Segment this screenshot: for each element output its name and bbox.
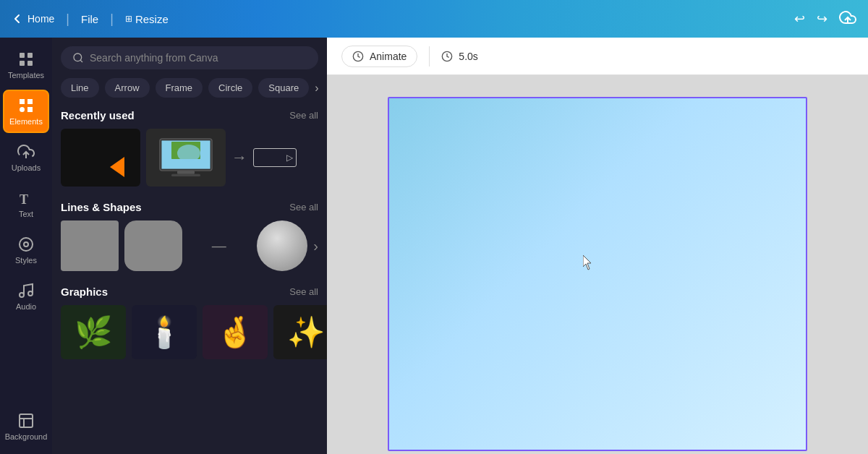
search-input[interactable]	[90, 52, 307, 64]
animate-icon	[352, 51, 364, 62]
resize-menu[interactable]: ⊞ Resize	[125, 13, 169, 25]
lines-shapes-see-all[interactable]: See all	[289, 202, 318, 213]
sidebar-item-uploads[interactable]: Uploads	[3, 136, 49, 179]
svg-point-10	[20, 293, 24, 297]
graphics-section: Graphics See all 🌿 🕯️ 🤞 ✨ ›	[61, 286, 318, 359]
panel-arrow	[110, 157, 124, 177]
svg-line-16	[80, 60, 82, 62]
text-label: Text	[19, 210, 33, 218]
sidebar-item-elements[interactable]: Elements	[3, 90, 49, 133]
sidebar-item-background[interactable]: Background	[3, 405, 49, 448]
styles-label: Styles	[15, 256, 37, 265]
undo-button[interactable]: ↩	[794, 11, 805, 27]
shape-circle[interactable]	[257, 220, 307, 271]
graphic-bird[interactable]: ✨	[273, 305, 327, 359]
file-menu[interactable]: File	[81, 13, 98, 25]
elements-label: Elements	[9, 117, 43, 126]
cloud-save-button[interactable]	[839, 9, 856, 30]
svg-text:T: T	[20, 192, 28, 207]
lines-shapes-section: Lines & Shapes See all — ›	[61, 201, 318, 271]
shapes-dash-area: —	[188, 238, 251, 254]
canvas[interactable]	[388, 97, 807, 451]
pill-frame[interactable]: Frame	[156, 78, 203, 98]
svg-point-8	[20, 238, 33, 251]
audio-label: Audio	[16, 302, 36, 311]
graphic-hand[interactable]: 🤞	[203, 305, 268, 359]
time-label: 5.0s	[459, 51, 477, 62]
animate-label: Animate	[370, 51, 407, 62]
shapes-grid: — ›	[61, 220, 318, 271]
svg-point-5	[20, 107, 25, 112]
shapes-dash-icon: —	[212, 238, 228, 254]
svg-rect-22	[171, 174, 200, 176]
graphic-candle[interactable]: 🕯️	[132, 305, 197, 359]
topbar: Home | File | ⊞ Resize ↩ ↪	[0, 0, 868, 38]
graphics-grid: 🌿 🕯️ 🤞 ✨ ›	[61, 305, 318, 359]
resize-icon: ⊞	[125, 14, 132, 24]
redo-button[interactable]: ↪	[817, 11, 827, 27]
recent-item-monitor[interactable]	[146, 129, 226, 187]
recent-item-black[interactable]	[61, 129, 140, 187]
topbar-divider-2: |	[110, 12, 114, 27]
svg-rect-4	[27, 61, 33, 66]
templates-label: Templates	[8, 71, 44, 80]
content-area: Animate 5.0s	[327, 38, 868, 454]
recently-used-section: Recently used See all →	[61, 109, 318, 187]
recently-used-see-all[interactable]: See all	[289, 110, 318, 121]
main-area: Templates Elements Uploads T Text	[0, 38, 868, 454]
topbar-divider-1: |	[66, 12, 69, 27]
svg-point-11	[28, 291, 33, 296]
sidebar-item-styles[interactable]: Styles	[3, 228, 49, 272]
toolbar-divider	[429, 46, 430, 67]
cursor-icon	[583, 255, 595, 271]
elements-panel: Line Arrow Frame Circle Square › Recentl…	[52, 38, 327, 454]
pills-more-icon[interactable]: ›	[315, 82, 318, 95]
sidebar-item-templates[interactable]: Templates	[3, 43, 49, 87]
sidebar: Templates Elements Uploads T Text	[0, 38, 52, 454]
shape-square[interactable]	[61, 220, 119, 271]
resize-label: Resize	[135, 13, 169, 25]
recently-used-header: Recently used See all	[61, 109, 318, 121]
graphics-see-all[interactable]: See all	[289, 286, 318, 297]
svg-rect-3	[20, 61, 25, 66]
recent-arrow-group: → ▷	[231, 148, 318, 167]
recent-arrow-shape[interactable]: ▷	[253, 148, 297, 167]
svg-rect-1	[20, 53, 25, 58]
sidebar-item-audio[interactable]: Audio	[3, 275, 49, 318]
svg-rect-12	[20, 414, 33, 427]
content-toolbar: Animate 5.0s	[327, 38, 868, 75]
recently-used-title: Recently used	[61, 109, 135, 121]
uploads-label: Uploads	[12, 163, 41, 172]
animate-button[interactable]: Animate	[341, 46, 417, 67]
svg-point-20	[177, 145, 200, 162]
shape-pills-row: Line Arrow Frame Circle Square ›	[61, 78, 318, 98]
pill-circle[interactable]: Circle	[208, 78, 252, 98]
svg-point-9	[24, 242, 28, 247]
back-button[interactable]: Home	[12, 13, 54, 25]
lines-shapes-title: Lines & Shapes	[61, 201, 142, 213]
topbar-actions: ↩ ↪	[794, 9, 856, 30]
canvas-area[interactable]	[327, 75, 868, 454]
home-label: Home	[27, 13, 54, 25]
lines-shapes-header: Lines & Shapes See all	[61, 201, 318, 213]
pill-square[interactable]: Square	[258, 78, 309, 98]
shape-rounded-rect[interactable]	[124, 220, 182, 271]
recently-used-grid: → ▷	[61, 129, 318, 187]
svg-rect-21	[177, 171, 195, 174]
pill-line[interactable]: Line	[61, 78, 99, 98]
pill-arrow[interactable]: Arrow	[105, 78, 150, 98]
recent-dash: →	[231, 148, 247, 167]
time-control[interactable]: 5.0s	[441, 51, 477, 62]
sidebar-item-text[interactable]: T Text	[3, 182, 49, 226]
shapes-more-icon[interactable]: ›	[313, 238, 318, 254]
search-icon	[72, 52, 84, 64]
background-label: Background	[5, 432, 48, 441]
clock-icon	[441, 51, 453, 62]
svg-point-15	[74, 53, 82, 61]
graphics-title: Graphics	[61, 286, 108, 298]
search-bar[interactable]	[61, 46, 318, 69]
svg-rect-2	[27, 53, 33, 58]
graphics-header: Graphics See all	[61, 286, 318, 298]
graphic-plant[interactable]: 🌿	[61, 305, 126, 359]
